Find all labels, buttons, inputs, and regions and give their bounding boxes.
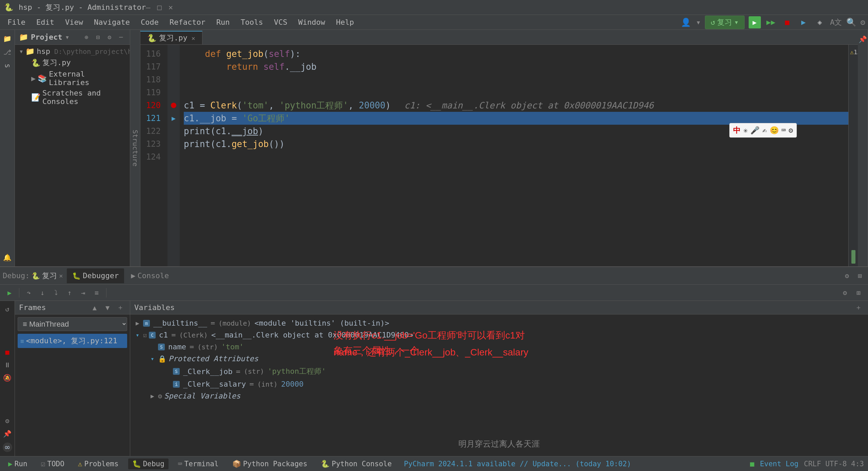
debug-label: Debug: 🐍 复习 ✕ bbox=[3, 271, 63, 281]
tab-console[interactable]: ▶ Console bbox=[125, 268, 174, 283]
gutter-120-breakpoint[interactable] bbox=[167, 99, 180, 112]
menu-edit[interactable]: Edit bbox=[32, 17, 59, 28]
run-config-button[interactable]: ↺ 复习 ▾ bbox=[705, 16, 745, 29]
event-log-icon: ■ bbox=[750, 460, 754, 468]
ime-keyboard: ⌨ bbox=[782, 125, 786, 136]
collapse-all-btn[interactable]: ⊟ bbox=[93, 33, 103, 42]
status-problems-btn[interactable]: ⚠ Problems bbox=[74, 458, 123, 469]
search-everywhere-btn[interactable]: 🔍 bbox=[846, 18, 856, 27]
code-line-124 bbox=[184, 150, 854, 163]
stop-button[interactable]: ■ bbox=[781, 16, 793, 28]
structure-label: Structure bbox=[131, 130, 139, 166]
tree-item-hsp[interactable]: ▾ 📁 hsp D:\python_project\hsp bbox=[15, 46, 130, 57]
bottom-reload-btn[interactable]: ↺ bbox=[2, 304, 13, 314]
editor-tab-fuxipy[interactable]: 🐍 复习.py ✕ bbox=[140, 31, 202, 44]
close-btn[interactable]: ✕ bbox=[169, 3, 173, 12]
favorites-pin-icon[interactable]: 📌 bbox=[859, 35, 867, 43]
debug-run-button[interactable]: ▶▶ bbox=[765, 16, 777, 28]
tree-item-fuxipy[interactable]: 🐍 复习.py bbox=[15, 57, 130, 69]
tab-debugger[interactable]: 🐛 Debugger bbox=[67, 268, 124, 283]
status-debug-btn[interactable]: 🐛 Debug bbox=[128, 458, 169, 469]
frames-up-btn[interactable]: ▲ bbox=[89, 302, 100, 313]
status-run-btn[interactable]: ▶ Run bbox=[4, 458, 32, 469]
menu-file[interactable]: File bbox=[3, 17, 30, 28]
thread-selector[interactable]: ≡ MainThread bbox=[18, 317, 127, 331]
structure-tab[interactable]: Structure bbox=[130, 30, 140, 266]
status-python-console-btn[interactable]: 🐍 Python Console bbox=[317, 458, 396, 469]
settings-btn[interactable]: ⚙ bbox=[861, 18, 865, 27]
ime-emoji: 😊 bbox=[770, 125, 779, 136]
toolbar-sep2 bbox=[106, 288, 106, 298]
tree-item-scratches[interactable]: 📝 Scratches and Consoles bbox=[15, 88, 130, 107]
bottom-mute-btn[interactable]: 🔕 bbox=[2, 372, 13, 383]
step-into-btn[interactable]: ↓ bbox=[37, 287, 48, 298]
var-row-builtins[interactable]: ▶ m __builtins__ = (module) <module 'bui… bbox=[133, 317, 865, 329]
status-todo-btn[interactable]: ☑ TODO bbox=[37, 458, 68, 469]
vars-add-btn[interactable]: ＋ bbox=[853, 302, 864, 313]
bottom-stop-btn[interactable]: ■ bbox=[2, 347, 13, 357]
var-row-c1[interactable]: ▾ ☑ C c1 = (Clerk) <__main__.Clerk objec… bbox=[133, 329, 865, 341]
run-to-cursor-btn[interactable]: ⇥ bbox=[78, 287, 88, 298]
scope-btn[interactable]: ⊕ bbox=[82, 33, 91, 42]
code-line-116: def get_job(self): bbox=[184, 47, 854, 60]
project-panel-title: Project bbox=[31, 33, 62, 41]
coverage-button[interactable]: ◈ bbox=[814, 16, 826, 28]
nav-up-icon[interactable]: ▲ bbox=[857, 48, 858, 56]
var-row-clerk-salary[interactable]: i _Clerk__salary = (int) 20000 bbox=[133, 378, 865, 390]
sidebar-commit-icon[interactable]: ⎇ bbox=[1, 46, 14, 58]
sidebar-structure-icon[interactable]: S bbox=[1, 60, 14, 72]
translate-icon[interactable]: A文 bbox=[830, 16, 842, 28]
maximize-btn[interactable]: □ bbox=[157, 3, 161, 12]
frames-add-btn[interactable]: ＋ bbox=[115, 302, 126, 313]
frame-item-module[interactable]: ≡ <module>, 复习.py:121 bbox=[18, 334, 127, 348]
titlebar: 🐍 hsp - 复习.py - Administrator — □ ✕ bbox=[0, 0, 868, 15]
panel-layout-btn[interactable]: ⊞ bbox=[854, 270, 865, 281]
debug-close-btn[interactable]: ✕ bbox=[59, 272, 63, 279]
panel-gear-btn[interactable]: ⚙ bbox=[842, 270, 852, 281]
var-row-special-vars[interactable]: ▶ ⚙ Special Variables bbox=[133, 390, 865, 402]
var-row-name[interactable]: S name = (str) 'tom' bbox=[133, 341, 865, 353]
var-row-clerk-job[interactable]: S _Clerk__job = (str) 'python工程师' bbox=[133, 365, 865, 378]
sidebar-notification-icon[interactable]: 🔔 bbox=[1, 251, 14, 264]
menu-help[interactable]: Help bbox=[331, 17, 359, 28]
restore-layout-btn[interactable]: ⊞ bbox=[853, 287, 864, 298]
run-button[interactable]: ▶ bbox=[749, 16, 761, 28]
frames-down-btn[interactable]: ▼ bbox=[102, 302, 113, 313]
menu-vcs[interactable]: VCS bbox=[269, 17, 292, 28]
var-row-protected-attrs[interactable]: ▾ 🔒 Protected Attributes bbox=[133, 353, 865, 365]
bottom-settings-btn[interactable]: ⚙ bbox=[2, 415, 13, 426]
menu-refactor[interactable]: Refactor bbox=[165, 17, 210, 28]
step-over-btn[interactable]: ↷ bbox=[23, 287, 34, 298]
settings-gear-btn[interactable]: ⚙ bbox=[840, 287, 850, 298]
event-log-btn[interactable]: ■ Event Log bbox=[750, 460, 798, 468]
statusbar-update-text[interactable]: PyCharm 2024.1.1 available // Update... … bbox=[404, 460, 631, 468]
bottom-infinity-btn[interactable]: ∞ bbox=[3, 443, 12, 452]
profile-btn[interactable]: 👤 ▾ bbox=[681, 18, 701, 27]
menu-navigate[interactable]: Navigate bbox=[89, 17, 135, 28]
run-with-coverage-button[interactable]: ▶ bbox=[797, 16, 810, 28]
code-lines[interactable]: def get_job(self): return self.__job c1 … bbox=[180, 45, 858, 266]
bottom-pause-btn[interactable]: ⏸ bbox=[2, 360, 13, 370]
menu-view[interactable]: View bbox=[60, 17, 88, 28]
status-terminal-btn[interactable]: ⌨ Terminal bbox=[174, 458, 223, 469]
code-editor[interactable]: 116 117 118 119 120 121 122 123 124 bbox=[140, 45, 858, 266]
panel-settings-btn[interactable]: ⚙ bbox=[105, 33, 114, 42]
menu-code[interactable]: Code bbox=[136, 17, 163, 28]
menu-window[interactable]: Window bbox=[294, 17, 330, 28]
c1-name: c1 bbox=[159, 331, 168, 339]
ime-settings: ⚙ bbox=[789, 125, 793, 136]
evaluate-btn[interactable]: ≡ bbox=[91, 287, 102, 298]
tab-close-btn[interactable]: ✕ bbox=[192, 35, 195, 42]
panel-minimize-btn[interactable]: ─ bbox=[116, 33, 126, 42]
tree-item-external-libs[interactable]: ▶ 📚 External Libraries bbox=[15, 69, 130, 88]
step-out-btn[interactable]: ↑ bbox=[64, 287, 75, 298]
menu-tools[interactable]: Tools bbox=[236, 17, 268, 28]
minimize-btn[interactable]: — bbox=[146, 3, 150, 12]
step-into-my-code-btn[interactable]: ⤵ bbox=[51, 287, 61, 298]
menu-run[interactable]: Run bbox=[212, 17, 235, 28]
bottom-pin-btn[interactable]: 📌 bbox=[2, 428, 13, 439]
clerk-job-icon: S bbox=[173, 368, 180, 375]
sidebar-project-icon[interactable]: 📁 bbox=[1, 33, 14, 45]
resume-btn[interactable]: ▶ bbox=[4, 287, 15, 298]
status-python-packages-btn[interactable]: 📦 Python Packages bbox=[228, 458, 312, 469]
